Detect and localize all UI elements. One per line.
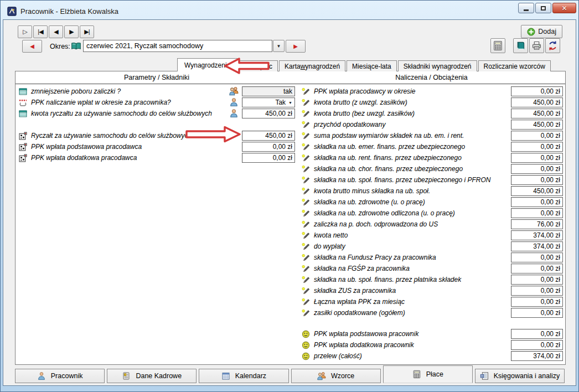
calculation-label: suma podstaw wymiarów składek na ub. em.… xyxy=(314,132,464,140)
component-value-field[interactable]: 450,00 zł xyxy=(242,131,295,141)
hand-writing-icon xyxy=(302,276,310,284)
calculations-list: PPK wpłata pracodawcy w okresie 0,00 zł … xyxy=(301,86,563,318)
calculator-icon xyxy=(412,370,421,379)
calculation-row: składka na ub. rent. finans. przez ubezp… xyxy=(301,152,563,163)
hand-writing-icon xyxy=(302,231,310,240)
toolbar-icon-button[interactable] xyxy=(545,38,560,53)
calculation-label: kwota brutto minus składka na ub. społ. xyxy=(314,187,430,195)
period-prev-button[interactable]: ◀ xyxy=(22,40,42,53)
top-tab[interactable]: Miesiące-lata xyxy=(347,60,397,71)
record-nav-button[interactable]: ▶ xyxy=(64,25,79,38)
annotation-arrow-left-icon xyxy=(224,57,270,75)
hand-writing-icon xyxy=(302,143,310,151)
top-tab[interactable]: Karta wynagrodzeń xyxy=(279,60,345,71)
toolbar-icon-button[interactable] xyxy=(529,38,544,53)
hand-writing-icon xyxy=(302,165,310,173)
record-nav-button[interactable]: ▶| xyxy=(80,25,94,38)
parameter-value-field[interactable]: tak▼ xyxy=(242,86,295,96)
add-button-label: Dodaj xyxy=(538,28,556,35)
parameter-value-field[interactable]: Tak▼ xyxy=(242,97,295,107)
ppk-row: przelew (całość) 374,00 zł xyxy=(301,350,563,362)
minimize-button[interactable] xyxy=(518,3,534,13)
calculation-row: przychód opodatkowany 450,00 zł xyxy=(301,119,563,130)
calculation-label: przychód opodatkowany xyxy=(314,121,385,128)
people-icon xyxy=(317,372,326,380)
calculation-value: 0,00 zł xyxy=(511,264,563,274)
calculation-value: 374,00 zł xyxy=(511,241,563,251)
module-tab[interactable]: Kalendarz xyxy=(199,369,288,383)
person-icon xyxy=(229,109,239,118)
ppk-row: PPK wpłata podstawowa pracownik 0,00 zł xyxy=(301,328,563,339)
module-tab[interactable]: Wzorce xyxy=(291,369,381,383)
hand-writing-icon xyxy=(302,287,310,295)
toolbar-icon-button[interactable] xyxy=(513,38,528,53)
record-nav: ▷|◀◀▶▶| xyxy=(18,25,94,38)
calculation-value: 76,00 zł xyxy=(511,219,563,229)
record-nav-button[interactable]: |◀ xyxy=(33,25,48,38)
close-button[interactable]: ✕ xyxy=(552,3,576,13)
calculation-row: do wypłaty 374,00 zł xyxy=(301,241,563,252)
id-card-icon xyxy=(122,372,131,380)
top-tab[interactable]: Składniki wynagrodzeń xyxy=(398,60,477,71)
period-next-button[interactable]: ▶ xyxy=(286,40,306,53)
period-dropdown-button[interactable]: ▼ xyxy=(273,40,285,52)
record-nav-button[interactable]: ▷ xyxy=(18,25,32,38)
calculation-label: zasiłki opodatkowane (ogółem) xyxy=(314,309,405,317)
open-book-icon xyxy=(71,41,81,51)
calculation-label: PPK wpłata pracodawcy w okresie xyxy=(314,87,415,95)
module-tab[interactable]: Pracownik xyxy=(15,369,105,383)
calculation-row: PPK wpłata pracodawcy w okresie 0,00 zł xyxy=(301,86,563,97)
calculation-label: składka na ub. społ. finans. przez ubezp… xyxy=(314,176,491,184)
close-icon: ✕ xyxy=(561,4,567,12)
calculation-value: 0,00 zł xyxy=(511,153,563,163)
calculation-row: składka na Fundusz Pracy za pracownika 0… xyxy=(301,252,563,263)
component-value-field[interactable]: 0,00 zł xyxy=(242,142,295,152)
calculation-row: składka na ub. zdrowotne (u. o pracę) 0,… xyxy=(301,197,563,208)
calculation-row: składka na ub. chor. finans. przez ubezp… xyxy=(301,163,563,174)
calculation-value: 0,00 zł xyxy=(511,175,563,185)
component-value-field[interactable]: 0,00 zł xyxy=(242,153,295,163)
titlebar[interactable]: Pracownik - Elżbieta Kowalska xyxy=(3,3,576,19)
refresh-icon xyxy=(547,40,558,51)
component-icon xyxy=(19,154,27,162)
calculation-value: 0,00 zł xyxy=(511,86,563,96)
ppk-value: 0,00 zł xyxy=(511,340,563,350)
parameter-row: PPK naliczanie wpłat w okresie za pracow… xyxy=(18,97,295,108)
toolbar-icon-button[interactable] xyxy=(490,38,505,53)
calculation-value: 0,00 zł xyxy=(511,142,563,152)
hand-writing-icon xyxy=(302,110,310,118)
calculation-label: kwota brutto (z uwzgl. zasiłków) xyxy=(314,99,407,106)
component-icon xyxy=(19,143,27,151)
calculation-row: składka ZUS za pracownika 0,00 zł xyxy=(301,285,563,296)
calculation-value: 450,00 zł xyxy=(511,120,563,130)
calculation-row: kwota brutto (z uwzgl. zasiłków) 450,00 … xyxy=(301,97,563,108)
ppk-parameter-icon xyxy=(19,99,27,107)
calculation-value: 0,00 zł xyxy=(511,131,563,141)
hand-writing-icon xyxy=(302,198,310,207)
module-tab[interactable]: Płace xyxy=(383,365,473,383)
hand-writing-icon xyxy=(302,298,310,306)
component-row: PPK wpłata podstawowa pracodawca 0,00 zł xyxy=(18,141,295,152)
add-button[interactable]: Dodaj xyxy=(521,25,562,38)
calculation-value: 0,00 zł xyxy=(511,308,563,318)
calculation-label: zaliczka na p. doch. odprowadzona do US xyxy=(314,220,438,228)
ppk-value: 374,00 zł xyxy=(511,351,563,361)
hand-writing-icon xyxy=(302,209,310,218)
components-list: Ryczałt za używanie samochodu do celów s… xyxy=(18,130,295,163)
module-tab[interactable]: Księgowania i analizy xyxy=(475,369,565,383)
module-tab[interactable]: Dane Kadrowe xyxy=(107,369,197,383)
parameter-value-field[interactable]: 450,00 zł▼ xyxy=(242,109,295,118)
calculation-label: składka na ub. zdrowotne (u. o pracę) xyxy=(314,198,425,206)
parameter-label: zmniejszenie poboru zaliczki ? xyxy=(31,87,121,95)
calculation-label: kwota brutto (bez uwzgl. zasiłków) xyxy=(314,110,415,117)
period-row: ◀ Okres: czerwiec 2021, Ryczałt samochod… xyxy=(3,40,576,53)
minimize-icon xyxy=(524,9,529,11)
record-nav-button[interactable]: ◀ xyxy=(49,25,63,38)
parameters-list: zmniejszenie poboru zaliczki ? tak▼ PPK … xyxy=(18,86,295,119)
calculation-row: składka na ub. społ. finans. przez ubezp… xyxy=(301,174,563,185)
maximize-button[interactable] xyxy=(535,3,551,13)
hand-writing-icon xyxy=(302,121,310,129)
period-field[interactable]: czerwiec 2021, Ryczałt samochodowy xyxy=(83,40,272,52)
top-tab[interactable]: Rozliczanie wzorców xyxy=(478,60,551,71)
component-label: PPK wpłata podstawowa pracodawca xyxy=(31,143,142,151)
